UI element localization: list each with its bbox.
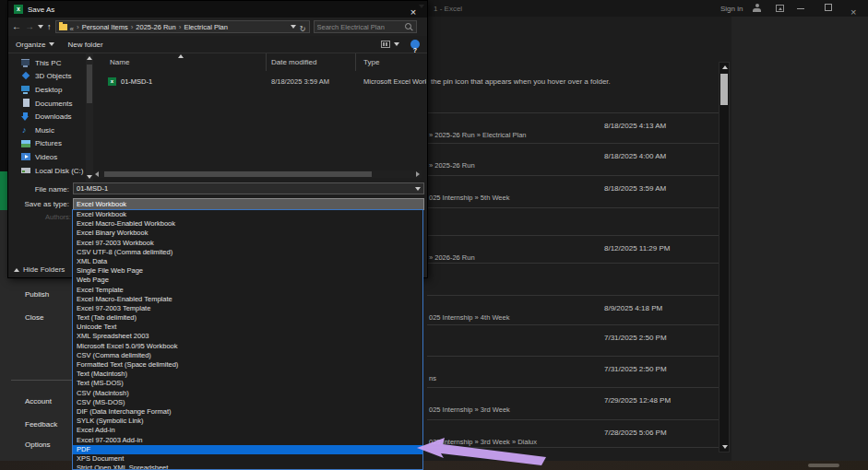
recent-folder-row[interactable]: 8/18/2025 4:13 AM » 2025-26 Run » Electr… [427, 113, 719, 144]
nav-history-chevron-icon[interactable] [38, 25, 43, 29]
dropdown-item[interactable]: CSV UTF-8 (Comma delimited) [73, 248, 422, 257]
dropdown-item[interactable]: XML Data [73, 257, 422, 266]
backstage-scrollbar[interactable] [719, 62, 730, 452]
dropdown-item[interactable]: SYLK (Symbolic Link) [73, 417, 422, 426]
scroll-right-icon[interactable] [416, 171, 420, 177]
dropdown-item[interactable]: Excel Macro-Enabled Workbook [73, 219, 422, 229]
search-icon[interactable] [405, 23, 413, 31]
place-item[interactable]: This PC [8, 56, 86, 70]
breadcrumb-overflow-icon[interactable] [70, 20, 74, 33]
file-name-cell[interactable]: 01-MSD-1 [121, 77, 152, 86]
dropdown-item[interactable]: Excel 97-2003 Template [73, 304, 422, 313]
sign-in-button[interactable]: Sign in [720, 5, 743, 13]
dropdown-item[interactable]: Excel Template [73, 286, 422, 295]
dropdown-item[interactable]: CSV (Comma delimited) [73, 351, 422, 360]
column-type[interactable]: Type [363, 58, 379, 66]
file-name-chevron-icon[interactable] [415, 187, 421, 191]
organize-button[interactable]: Organize [16, 41, 45, 49]
place-item[interactable]: Local Disk (C:) [8, 164, 86, 178]
dropdown-item[interactable]: Formatted Text (Space delimited) [73, 360, 422, 370]
new-folder-button[interactable]: New folder [67, 41, 102, 49]
dropdown-item[interactable]: Single File Web Page [73, 266, 422, 276]
dropdown-item[interactable]: Text (Tab delimited) [73, 313, 422, 323]
place-item[interactable]: Pictures [8, 137, 86, 151]
recent-folder-row[interactable]: 8/18/2025 4:00 AM » 2025-26 Run [427, 144, 719, 176]
backstage-account[interactable]: Account [25, 397, 52, 405]
backstage-publish[interactable]: Publish [25, 290, 49, 299]
scroll-thumb[interactable] [720, 74, 728, 105]
dropdown-item[interactable]: Excel Macro-Enabled Template [73, 295, 422, 304]
place-item[interactable]: Documents [8, 97, 86, 111]
recent-folder-row[interactable] [427, 208, 719, 236]
scroll-down-icon[interactable] [87, 175, 92, 179]
dropdown-item[interactable]: Excel Workbook [73, 210, 422, 219]
recent-folder-row[interactable]: 7/29/2025 12:48 PM 025 Internship » 3rd … [427, 388, 719, 420]
dropdown-item[interactable]: CSV (Macintosh) [73, 389, 422, 398]
recent-folder-row[interactable]: 7/31/2025 2:50 PM [427, 325, 719, 357]
search-input[interactable] [317, 23, 405, 31]
refresh-icon[interactable] [300, 20, 306, 33]
recent-folder-row[interactable]: 8/18/2025 3:59 AM 025 Internship » 5th W… [427, 176, 719, 208]
address-bar[interactable]: Personal Items 2025-26 Run Electrical Pl… [55, 20, 310, 33]
place-item[interactable]: Videos [8, 150, 86, 164]
place-item[interactable]: Desktop [8, 83, 86, 97]
file-name-input[interactable] [73, 182, 424, 194]
dialog-close-icon[interactable] [407, 3, 420, 16]
column-divider[interactable] [266, 53, 267, 71]
views-chevron-icon[interactable] [394, 42, 399, 46]
dropdown-item[interactable]: CSV (MS-DOS) [73, 398, 422, 407]
hide-folders-button[interactable]: Hide Folders [14, 265, 65, 274]
dropdown-item[interactable]: Unicode Text [73, 323, 422, 332]
backstage-options[interactable]: Options [25, 441, 51, 449]
scroll-thumb[interactable] [104, 171, 372, 177]
forward-arrow-icon[interactable] [25, 22, 34, 31]
recent-folder-row[interactable] [427, 264, 719, 296]
scroll-left-icon[interactable] [95, 171, 99, 177]
place-item[interactable]: 3D Objects [8, 70, 86, 84]
backstage-feedback[interactable]: Feedback [25, 420, 57, 429]
save-as-type-chevron-icon[interactable] [419, 5, 424, 8]
dropdown-item[interactable]: Strict Open XML Spreadsheet [73, 464, 422, 470]
dropdown-item[interactable]: Excel 97-2003 Add-in [73, 436, 422, 445]
scroll-down-icon[interactable] [722, 445, 728, 449]
window-close-icon[interactable] [850, 3, 856, 19]
dropdown-item[interactable]: Text (MS-DOS) [73, 379, 422, 388]
backstage-close[interactable]: Close [25, 313, 43, 322]
place-item[interactable]: Music [8, 123, 86, 137]
organize-chevron-icon[interactable] [49, 42, 54, 46]
dropdown-item[interactable]: XPS Document [73, 454, 422, 464]
ribbon-options-icon[interactable] [776, 5, 784, 12]
dropdown-item[interactable]: Text (Macintosh) [73, 370, 422, 379]
address-chevron-icon[interactable] [291, 25, 296, 29]
column-date-modified[interactable]: Date modified [271, 58, 316, 66]
breadcrumb-segment[interactable]: Personal Items [82, 23, 128, 31]
dropdown-item[interactable]: Microsoft Excel 5.0/95 Workbook [73, 342, 422, 351]
scroll-thumb[interactable] [87, 65, 92, 103]
breadcrumb-segment[interactable]: Electrical Plan [184, 23, 228, 31]
column-divider[interactable] [355, 53, 356, 71]
up-arrow-icon[interactable] [47, 22, 52, 31]
sidebar-scrollbar[interactable] [86, 53, 93, 182]
maximize-icon[interactable] [825, 4, 832, 11]
column-name[interactable]: Name [110, 58, 129, 66]
dropdown-item[interactable]: Web Page [73, 276, 422, 285]
recent-folder-row[interactable]: 8/9/2025 4:18 PM 025 Internship » 4th We… [427, 296, 719, 325]
dropdown-item[interactable]: DIF (Data Interchange Format) [73, 407, 422, 417]
recent-folder-row[interactable]: 7/31/2025 2:50 PM ns [427, 357, 719, 388]
back-arrow-icon[interactable] [12, 22, 21, 31]
breadcrumb-segment[interactable]: 2025-26 Run [136, 23, 175, 31]
recent-folder-row[interactable]: 8/12/2025 11:29 PM » 2026-26 Run [427, 236, 719, 264]
search-box[interactable] [314, 20, 417, 33]
scroll-up-icon[interactable] [722, 65, 728, 69]
minimize-icon[interactable] [797, 8, 804, 9]
help-icon[interactable] [410, 40, 420, 49]
user-account-icon[interactable] [753, 4, 761, 13]
dropdown-item[interactable]: Excel Add-in [73, 426, 422, 435]
views-icon[interactable] [381, 41, 390, 48]
dropdown-item[interactable]: XML Spreadsheet 2003 [73, 332, 422, 341]
place-item[interactable]: Downloads [8, 110, 86, 123]
dropdown-item[interactable]: Excel Binary Workbook [73, 229, 422, 238]
dropdown-item[interactable]: Excel 97-2003 Workbook [73, 239, 422, 248]
scroll-up-icon[interactable] [87, 56, 92, 60]
dropdown-item[interactable]: PDF [73, 445, 422, 454]
